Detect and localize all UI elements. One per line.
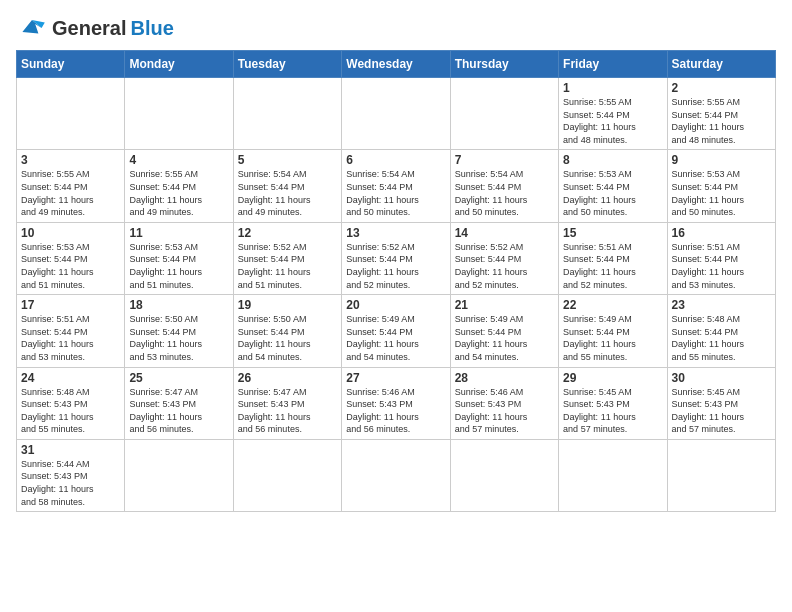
day-info: Sunrise: 5:47 AM Sunset: 5:43 PM Dayligh… xyxy=(129,386,228,436)
calendar-cell: 14Sunrise: 5:52 AM Sunset: 5:44 PM Dayli… xyxy=(450,222,558,294)
day-number: 22 xyxy=(563,298,662,312)
calendar-row: 1Sunrise: 5:55 AM Sunset: 5:44 PM Daylig… xyxy=(17,78,776,150)
calendar-cell: 28Sunrise: 5:46 AM Sunset: 5:43 PM Dayli… xyxy=(450,367,558,439)
calendar-cell: 15Sunrise: 5:51 AM Sunset: 5:44 PM Dayli… xyxy=(559,222,667,294)
calendar-cell: 11Sunrise: 5:53 AM Sunset: 5:44 PM Dayli… xyxy=(125,222,233,294)
day-info: Sunrise: 5:55 AM Sunset: 5:44 PM Dayligh… xyxy=(129,168,228,218)
day-info: Sunrise: 5:49 AM Sunset: 5:44 PM Dayligh… xyxy=(346,313,445,363)
calendar-cell xyxy=(233,78,341,150)
calendar-cell: 8Sunrise: 5:53 AM Sunset: 5:44 PM Daylig… xyxy=(559,150,667,222)
calendar-row: 31Sunrise: 5:44 AM Sunset: 5:43 PM Dayli… xyxy=(17,439,776,511)
calendar-table: SundayMondayTuesdayWednesdayThursdayFrid… xyxy=(16,50,776,512)
calendar-row: 10Sunrise: 5:53 AM Sunset: 5:44 PM Dayli… xyxy=(17,222,776,294)
calendar-row: 24Sunrise: 5:48 AM Sunset: 5:43 PM Dayli… xyxy=(17,367,776,439)
calendar-cell: 2Sunrise: 5:55 AM Sunset: 5:44 PM Daylig… xyxy=(667,78,775,150)
day-number: 6 xyxy=(346,153,445,167)
day-number: 13 xyxy=(346,226,445,240)
calendar-cell: 18Sunrise: 5:50 AM Sunset: 5:44 PM Dayli… xyxy=(125,295,233,367)
day-number: 24 xyxy=(21,371,120,385)
weekday-header-sunday: Sunday xyxy=(17,51,125,78)
day-number: 5 xyxy=(238,153,337,167)
day-info: Sunrise: 5:46 AM Sunset: 5:43 PM Dayligh… xyxy=(346,386,445,436)
day-info: Sunrise: 5:50 AM Sunset: 5:44 PM Dayligh… xyxy=(238,313,337,363)
page-header: GeneralBlue xyxy=(16,16,776,40)
weekday-header-friday: Friday xyxy=(559,51,667,78)
calendar-cell xyxy=(125,78,233,150)
day-number: 18 xyxy=(129,298,228,312)
logo-text-general: General xyxy=(52,17,126,40)
day-number: 4 xyxy=(129,153,228,167)
day-number: 14 xyxy=(455,226,554,240)
calendar-cell: 1Sunrise: 5:55 AM Sunset: 5:44 PM Daylig… xyxy=(559,78,667,150)
day-info: Sunrise: 5:55 AM Sunset: 5:44 PM Dayligh… xyxy=(672,96,771,146)
day-info: Sunrise: 5:51 AM Sunset: 5:44 PM Dayligh… xyxy=(672,241,771,291)
day-info: Sunrise: 5:54 AM Sunset: 5:44 PM Dayligh… xyxy=(346,168,445,218)
calendar-cell xyxy=(125,439,233,511)
day-info: Sunrise: 5:55 AM Sunset: 5:44 PM Dayligh… xyxy=(21,168,120,218)
day-info: Sunrise: 5:53 AM Sunset: 5:44 PM Dayligh… xyxy=(129,241,228,291)
day-info: Sunrise: 5:53 AM Sunset: 5:44 PM Dayligh… xyxy=(21,241,120,291)
day-number: 19 xyxy=(238,298,337,312)
day-number: 10 xyxy=(21,226,120,240)
day-info: Sunrise: 5:49 AM Sunset: 5:44 PM Dayligh… xyxy=(563,313,662,363)
day-info: Sunrise: 5:51 AM Sunset: 5:44 PM Dayligh… xyxy=(21,313,120,363)
day-number: 31 xyxy=(21,443,120,457)
day-info: Sunrise: 5:50 AM Sunset: 5:44 PM Dayligh… xyxy=(129,313,228,363)
day-number: 12 xyxy=(238,226,337,240)
day-number: 15 xyxy=(563,226,662,240)
day-number: 23 xyxy=(672,298,771,312)
calendar-cell: 20Sunrise: 5:49 AM Sunset: 5:44 PM Dayli… xyxy=(342,295,450,367)
calendar-cell: 19Sunrise: 5:50 AM Sunset: 5:44 PM Dayli… xyxy=(233,295,341,367)
calendar-row: 3Sunrise: 5:55 AM Sunset: 5:44 PM Daylig… xyxy=(17,150,776,222)
day-info: Sunrise: 5:52 AM Sunset: 5:44 PM Dayligh… xyxy=(238,241,337,291)
calendar-cell: 17Sunrise: 5:51 AM Sunset: 5:44 PM Dayli… xyxy=(17,295,125,367)
logo-text-blue: Blue xyxy=(130,17,173,40)
day-info: Sunrise: 5:52 AM Sunset: 5:44 PM Dayligh… xyxy=(455,241,554,291)
day-number: 26 xyxy=(238,371,337,385)
calendar-cell xyxy=(667,439,775,511)
day-number: 29 xyxy=(563,371,662,385)
calendar-cell: 6Sunrise: 5:54 AM Sunset: 5:44 PM Daylig… xyxy=(342,150,450,222)
day-number: 20 xyxy=(346,298,445,312)
calendar-cell: 3Sunrise: 5:55 AM Sunset: 5:44 PM Daylig… xyxy=(17,150,125,222)
day-number: 16 xyxy=(672,226,771,240)
calendar-cell xyxy=(17,78,125,150)
day-info: Sunrise: 5:53 AM Sunset: 5:44 PM Dayligh… xyxy=(563,168,662,218)
day-info: Sunrise: 5:53 AM Sunset: 5:44 PM Dayligh… xyxy=(672,168,771,218)
weekday-header-row: SundayMondayTuesdayWednesdayThursdayFrid… xyxy=(17,51,776,78)
day-number: 1 xyxy=(563,81,662,95)
day-number: 3 xyxy=(21,153,120,167)
calendar-cell: 13Sunrise: 5:52 AM Sunset: 5:44 PM Dayli… xyxy=(342,222,450,294)
calendar-cell: 25Sunrise: 5:47 AM Sunset: 5:43 PM Dayli… xyxy=(125,367,233,439)
day-info: Sunrise: 5:44 AM Sunset: 5:43 PM Dayligh… xyxy=(21,458,120,508)
day-info: Sunrise: 5:45 AM Sunset: 5:43 PM Dayligh… xyxy=(563,386,662,436)
logo: GeneralBlue xyxy=(16,16,174,40)
day-info: Sunrise: 5:51 AM Sunset: 5:44 PM Dayligh… xyxy=(563,241,662,291)
day-info: Sunrise: 5:48 AM Sunset: 5:43 PM Dayligh… xyxy=(21,386,120,436)
weekday-header-thursday: Thursday xyxy=(450,51,558,78)
day-number: 2 xyxy=(672,81,771,95)
calendar-cell: 5Sunrise: 5:54 AM Sunset: 5:44 PM Daylig… xyxy=(233,150,341,222)
day-number: 27 xyxy=(346,371,445,385)
day-number: 8 xyxy=(563,153,662,167)
calendar-cell: 31Sunrise: 5:44 AM Sunset: 5:43 PM Dayli… xyxy=(17,439,125,511)
weekday-header-saturday: Saturday xyxy=(667,51,775,78)
day-number: 21 xyxy=(455,298,554,312)
day-info: Sunrise: 5:52 AM Sunset: 5:44 PM Dayligh… xyxy=(346,241,445,291)
day-info: Sunrise: 5:46 AM Sunset: 5:43 PM Dayligh… xyxy=(455,386,554,436)
calendar-cell: 29Sunrise: 5:45 AM Sunset: 5:43 PM Dayli… xyxy=(559,367,667,439)
day-info: Sunrise: 5:49 AM Sunset: 5:44 PM Dayligh… xyxy=(455,313,554,363)
calendar-cell xyxy=(342,439,450,511)
day-info: Sunrise: 5:55 AM Sunset: 5:44 PM Dayligh… xyxy=(563,96,662,146)
day-info: Sunrise: 5:54 AM Sunset: 5:44 PM Dayligh… xyxy=(455,168,554,218)
calendar-cell: 7Sunrise: 5:54 AM Sunset: 5:44 PM Daylig… xyxy=(450,150,558,222)
day-number: 7 xyxy=(455,153,554,167)
calendar-cell xyxy=(342,78,450,150)
logo-area: GeneralBlue xyxy=(16,16,174,40)
calendar-cell xyxy=(450,439,558,511)
calendar-cell: 24Sunrise: 5:48 AM Sunset: 5:43 PM Dayli… xyxy=(17,367,125,439)
calendar-cell xyxy=(559,439,667,511)
calendar-cell: 4Sunrise: 5:55 AM Sunset: 5:44 PM Daylig… xyxy=(125,150,233,222)
day-info: Sunrise: 5:47 AM Sunset: 5:43 PM Dayligh… xyxy=(238,386,337,436)
day-number: 28 xyxy=(455,371,554,385)
